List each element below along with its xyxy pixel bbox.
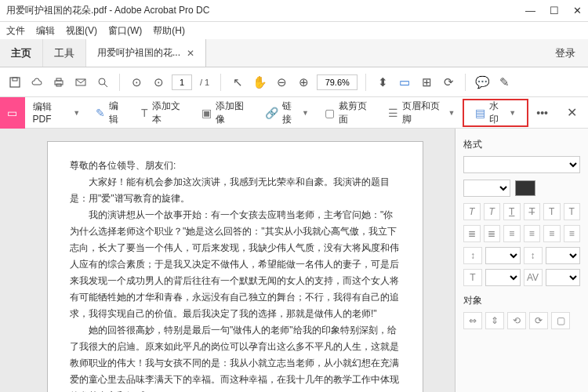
rotate-icon[interactable]: ⟳	[440, 74, 457, 91]
number-list-button[interactable]: ≣	[484, 225, 501, 242]
header-footer-label: 页眉和页脚	[402, 100, 444, 126]
save-icon[interactable]	[6, 74, 24, 91]
window-controls: — ☐ ✕	[525, 5, 582, 16]
watermark-label: 水印	[489, 100, 505, 126]
flip-v-button[interactable]: ⇕	[485, 312, 504, 329]
super-button[interactable]: T	[543, 203, 561, 220]
menu-file[interactable]: 文件	[6, 24, 25, 38]
image-icon: ▣	[201, 107, 212, 119]
tab-home[interactable]: 主页	[0, 39, 43, 67]
spacing-select[interactable]	[485, 247, 521, 264]
print-icon[interactable]	[50, 74, 67, 91]
color-swatch[interactable]	[515, 180, 535, 196]
zoom-in-icon[interactable]: ⊕	[295, 74, 312, 91]
crop-obj-button[interactable]: ▢	[551, 312, 570, 329]
search-icon[interactable]	[94, 74, 111, 91]
hscale-select[interactable]	[485, 269, 521, 286]
sub-button[interactable]: T	[564, 203, 581, 220]
page-down-icon[interactable]: ⊙	[150, 74, 167, 91]
cloud-icon[interactable]	[28, 74, 45, 91]
chevron-down-icon: ▼	[73, 109, 80, 117]
menu-window[interactable]: 窗口(W)	[108, 24, 142, 38]
align-right-button[interactable]: ≡	[543, 225, 561, 242]
comment-icon[interactable]: 💬	[474, 74, 491, 91]
align-center-button[interactable]: ≡	[524, 225, 541, 242]
minimize-button[interactable]: —	[525, 5, 535, 16]
view-icon[interactable]: ⊞	[418, 74, 435, 91]
add-image-button[interactable]: ▣ 添加图像	[194, 97, 257, 129]
indent-select[interactable]	[546, 247, 581, 264]
maximize-button[interactable]: ☐	[550, 5, 559, 16]
svg-line-7	[104, 84, 107, 87]
doc-para: 她的回答很高妙，特别是最后一句"做伟人的老师"给我的印象特别深刻，给了我很大的启…	[70, 322, 401, 392]
menu-help[interactable]: 帮助(H)	[153, 24, 185, 38]
hand-icon[interactable]: ✋	[251, 74, 268, 91]
object-heading: 对象	[463, 294, 580, 307]
header-footer-button[interactable]: ☰ 页眉和页脚 ▼	[380, 97, 463, 129]
tab-close-icon[interactable]: ✕	[187, 48, 194, 59]
svg-rect-0	[10, 78, 20, 87]
doc-para: 我的演讲想从一个故事开始：有一个女孩去应聘当老师，主考官问她："你为什么选择老师…	[70, 207, 401, 322]
bold-button[interactable]: T	[463, 203, 481, 220]
fit-page-icon[interactable]: ▭	[396, 74, 413, 91]
menu-view[interactable]: 视图(V)	[66, 24, 97, 38]
menubar: 文件 编辑 视图(V) 窗口(W) 帮助(H)	[0, 22, 588, 39]
edit-mode-icon: ▭	[7, 107, 17, 119]
link-button[interactable]: 🔗 链接 ▼	[257, 97, 317, 129]
chevron-down-icon: ▼	[302, 109, 309, 117]
mail-icon[interactable]	[72, 74, 89, 91]
link-label: 链接	[282, 100, 298, 126]
crop-label: 裁剪页面	[339, 100, 372, 126]
rotate-ccw-button[interactable]: ⟲	[507, 312, 526, 329]
svg-point-6	[99, 78, 105, 85]
align-justify-button[interactable]: ≡	[564, 225, 581, 242]
page-up-icon[interactable]: ⊙	[128, 74, 145, 91]
menu-edit[interactable]: 编辑	[36, 24, 55, 38]
zoom-input[interactable]	[317, 74, 358, 90]
bullet-list-button[interactable]: ≣	[463, 225, 481, 242]
chevron-down-icon: ▼	[448, 109, 456, 117]
page[interactable]: 尊敬的各位领导、朋友们: 大家好！能有机会参加这次演讲，我感到无比荣幸和自豪。我…	[47, 141, 423, 392]
close-button[interactable]: ✕	[573, 5, 582, 16]
format-panel: 格式 T T T T̶ T T ≣ ≣ ≡ ≡ ≡ ≡ ↕ ↕	[455, 129, 588, 392]
document-viewport[interactable]: 尊敬的各位领导、朋友们: 大家好！能有机会参加这次演讲，我感到无比荣幸和自豪。我…	[0, 129, 455, 392]
crop-button[interactable]: ▢ 裁剪页面	[317, 97, 380, 129]
edit-mode-button[interactable]: ▭	[0, 97, 25, 129]
flip-h-button[interactable]: ⇔	[463, 312, 482, 329]
chevron-down-icon: ▼	[509, 109, 516, 117]
watermark-icon: ▤	[475, 107, 485, 119]
more-button[interactable]: •••	[528, 107, 556, 119]
pointer-icon[interactable]: ↖	[229, 74, 246, 91]
login-button[interactable]: 登录	[543, 39, 588, 67]
scale-h-button[interactable]: T	[463, 269, 482, 286]
doc-line: 尊敬的各位领导、朋友们:	[70, 158, 401, 174]
tab-document[interactable]: 用爱呵护祖国的花... ✕	[86, 39, 206, 67]
fit-width-icon[interactable]: ⬍	[374, 74, 391, 91]
add-text-label: 添加文本	[152, 100, 187, 126]
italic-button[interactable]: T	[484, 203, 501, 220]
crop-icon: ▢	[325, 107, 335, 119]
titlebar: 用爱呵护祖国的花朵.pdf - Adobe Acrobat Pro DC — ☐…	[0, 0, 588, 22]
align-left-button[interactable]: ≡	[503, 225, 521, 242]
line-spacing-button[interactable]: ↕	[463, 247, 482, 264]
kerning-button[interactable]: AV	[524, 269, 543, 286]
edit-label: 编辑	[109, 100, 125, 126]
font-family-select[interactable]	[463, 156, 580, 173]
indent-button[interactable]: ↕	[524, 247, 543, 264]
add-text-button[interactable]: T 添加文本	[133, 97, 194, 129]
kern-select[interactable]	[546, 269, 581, 286]
edit-button[interactable]: ✎ 编辑	[88, 97, 133, 129]
close-panel-button[interactable]: ✕	[556, 105, 588, 120]
sign-icon[interactable]: ✎	[495, 74, 513, 91]
strike-button[interactable]: T̶	[524, 203, 541, 220]
edit-pdf-button[interactable]: 编辑 PDF ▼	[25, 97, 89, 129]
tab-tools[interactable]: 工具	[43, 39, 86, 67]
watermark-button[interactable]: ▤ 水印 ▼	[463, 99, 528, 127]
underline-button[interactable]: T	[503, 203, 521, 220]
font-size-select[interactable]	[463, 180, 510, 197]
page-number-input[interactable]	[172, 74, 192, 90]
zoom-out-icon[interactable]: ⊖	[273, 74, 290, 91]
edit-icon: ✎	[96, 107, 105, 119]
doc-para: 大家好！能有机会参加这次演讲，我感到无比荣幸和自豪。我演讲的题目是：用"爱"谱写…	[70, 174, 401, 207]
rotate-cw-button[interactable]: ⟳	[529, 312, 548, 329]
